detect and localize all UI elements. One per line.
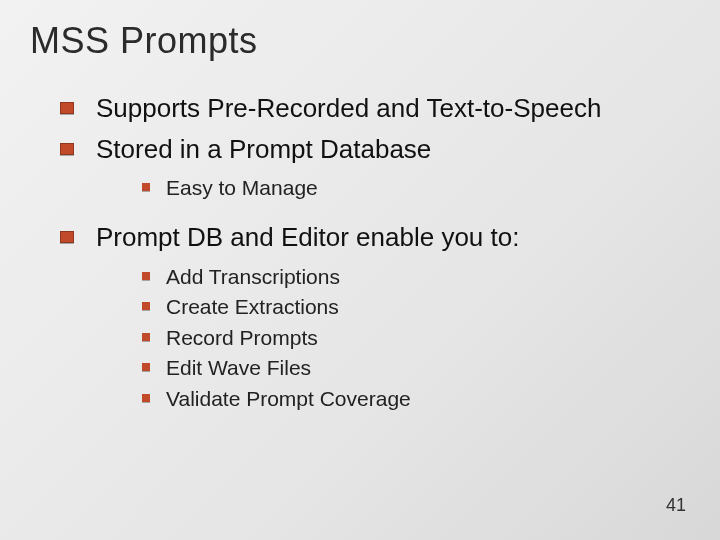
bullet-list: Supports Pre-Recorded and Text-to-Speech… bbox=[30, 92, 680, 424]
sub-bullet-item: Edit Wave Files bbox=[142, 353, 680, 383]
sub-bullet-text: Edit Wave Files bbox=[166, 356, 311, 379]
bullet-text: Stored in a Prompt Database bbox=[96, 134, 431, 164]
sub-bullet-item: Add Transcriptions bbox=[142, 262, 680, 292]
slide: MSS Prompts Supports Pre-Recorded and Te… bbox=[0, 0, 720, 540]
bullet-item: Supports Pre-Recorded and Text-to-Speech bbox=[60, 92, 680, 125]
slide-title: MSS Prompts bbox=[30, 20, 680, 62]
sub-bullet-text: Add Transcriptions bbox=[166, 265, 340, 288]
sub-bullet-text: Validate Prompt Coverage bbox=[166, 387, 411, 410]
sub-bullet-item: Validate Prompt Coverage bbox=[142, 384, 680, 414]
bullet-item: Prompt DB and Editor enable you to: Add … bbox=[60, 221, 680, 424]
sub-bullet-list: Add Transcriptions Create Extractions Re… bbox=[96, 254, 680, 424]
sub-bullet-list: Easy to Manage bbox=[96, 165, 680, 213]
sub-bullet-item: Record Prompts bbox=[142, 323, 680, 353]
sub-bullet-text: Easy to Manage bbox=[166, 176, 318, 199]
bullet-item: Stored in a Prompt Database Easy to Mana… bbox=[60, 133, 680, 214]
bullet-text: Supports Pre-Recorded and Text-to-Speech bbox=[96, 93, 601, 123]
sub-bullet-item: Create Extractions bbox=[142, 292, 680, 322]
sub-bullet-text: Create Extractions bbox=[166, 295, 339, 318]
bullet-text: Prompt DB and Editor enable you to: bbox=[96, 222, 519, 252]
sub-bullet-item: Easy to Manage bbox=[142, 173, 680, 203]
page-number: 41 bbox=[666, 495, 686, 516]
sub-bullet-text: Record Prompts bbox=[166, 326, 318, 349]
